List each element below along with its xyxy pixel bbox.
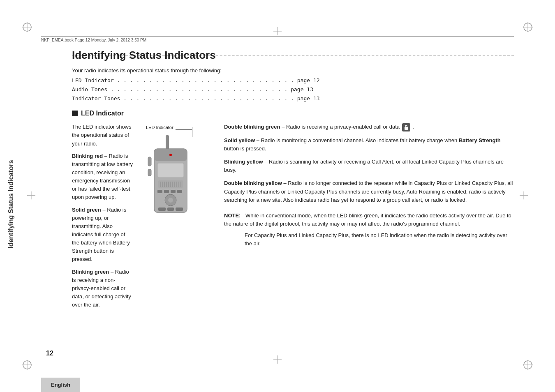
label-blinking-yellow: Blinking yellow — [224, 159, 263, 165]
entry-solid-green: Solid green – Radio is powering up, or t… — [72, 206, 134, 264]
english-tab: English — [41, 378, 80, 392]
section-title: Identifying Status Indicators — [72, 49, 514, 62]
led-desc: The LED indicator shows the operational … — [72, 123, 134, 148]
main-content: Identifying Status Indicators Your radio… — [72, 43, 514, 359]
entry-double-blinking-green: Double blinking green – Radio is receivi… — [224, 123, 514, 131]
reg-mark-bl — [21, 359, 33, 371]
svg-rect-48 — [405, 127, 408, 130]
text-solid-green: – Radio is powering up, or transmitting.… — [72, 207, 130, 263]
right-column: Double blinking green – Radio is receivi… — [224, 123, 514, 313]
label-solid-yellow: Solid yellow — [224, 137, 255, 143]
led-indicator-label: LED Indicator — [146, 125, 173, 130]
svg-point-24 — [169, 154, 172, 156]
entry-solid-yellow: Solid yellow – Radio is monitoring a con… — [224, 136, 514, 153]
black-square-icon — [72, 111, 78, 116]
two-column-layout: The LED indicator shows the operational … — [72, 123, 514, 313]
label-blinking-green: Blinking green — [72, 269, 109, 275]
reg-mark-left — [27, 191, 35, 201]
intro-text: Your radio indicates its operational sta… — [72, 67, 514, 74]
note-text2: For Capacity Plus and Linked Capacity Pl… — [224, 231, 514, 248]
top-bar-text: NKP_EMEA.book Page 12 Monday, July 2, 20… — [41, 38, 146, 42]
reg-mark-top — [273, 27, 282, 37]
privacy-icon — [402, 123, 410, 131]
label-double-blinking-yellow: Double blinking yellow — [224, 180, 282, 186]
label-solid-green: Solid green — [72, 207, 101, 213]
note-text: While in conventional mode, when the LED… — [224, 212, 511, 227]
entry-blinking-red: Blinking red – Radio is transmitting at … — [72, 152, 134, 202]
radio-image: LED Indicator — [146, 127, 212, 230]
reg-mark-tl — [21, 21, 33, 33]
svg-rect-47 — [148, 169, 151, 176]
toc-line-2: Audio Tones . . . . . . . . . . . . . . … — [72, 85, 514, 94]
text-blinking-yellow: – Radio is scanning for activity or rece… — [224, 159, 504, 173]
led-pointer-vertical — [192, 127, 192, 137]
note-block: NOTE: While in conventional mode, when t… — [224, 212, 514, 248]
svg-rect-43 — [158, 208, 166, 211]
text-blinking-red: – Radio is transmitting at low battery c… — [72, 153, 133, 201]
led-pointer-line — [176, 129, 192, 130]
text-double-blinking-green: – Radio is receiving a privacy-enabled c… — [282, 124, 401, 130]
sidebar-label-container: Identifying Status Indicators — [0, 66, 17, 343]
reg-mark-tr — [522, 21, 534, 33]
text-solid-yellow: – Radio is monitoring a conventional cha… — [224, 137, 501, 152]
label-double-blinking-green: Double blinking green — [224, 124, 280, 130]
toc-line-1: LED Indicator . . . . . . . . . . . . . … — [72, 76, 514, 85]
svg-rect-45 — [176, 208, 183, 211]
toc: LED Indicator . . . . . . . . . . . . . … — [72, 76, 514, 103]
svg-rect-46 — [148, 157, 151, 166]
svg-rect-38 — [164, 190, 169, 193]
top-bar: NKP_EMEA.book Page 12 Monday, July 2, 20… — [41, 36, 514, 42]
led-indicator-heading: LED Indicator — [72, 110, 514, 117]
reg-mark-right — [520, 191, 528, 201]
page-number: 12 — [46, 350, 53, 357]
reg-mark-br — [522, 359, 534, 371]
note-label: NOTE: — [224, 212, 240, 219]
toc-line-3: Indicator Tones . . . . . . . . . . . . … — [72, 94, 514, 103]
entry-blinking-green: Blinking green – Radio is receiving a no… — [72, 268, 134, 309]
svg-rect-40 — [177, 190, 182, 193]
left-text-area: The LED indicator shows the operational … — [72, 123, 134, 313]
svg-rect-37 — [157, 190, 162, 193]
svg-rect-39 — [171, 190, 176, 193]
left-column: The LED indicator shows the operational … — [72, 123, 212, 313]
svg-rect-44 — [167, 208, 174, 211]
svg-point-42 — [168, 198, 173, 203]
sidebar-label: Identifying Status Indicators — [7, 160, 15, 248]
entry-blinking-yellow: Blinking yellow – Radio is scanning for … — [224, 158, 514, 174]
entry-double-blinking-yellow: Double blinking yellow – Radio is no lon… — [224, 179, 514, 204]
svg-rect-23 — [157, 163, 184, 178]
text-double-blinking-green-end: . — [412, 124, 414, 130]
led-indicator-heading-text: LED Indicator — [81, 110, 124, 117]
radio-svg — [146, 134, 195, 229]
label-blinking-red: Blinking red — [72, 153, 103, 159]
